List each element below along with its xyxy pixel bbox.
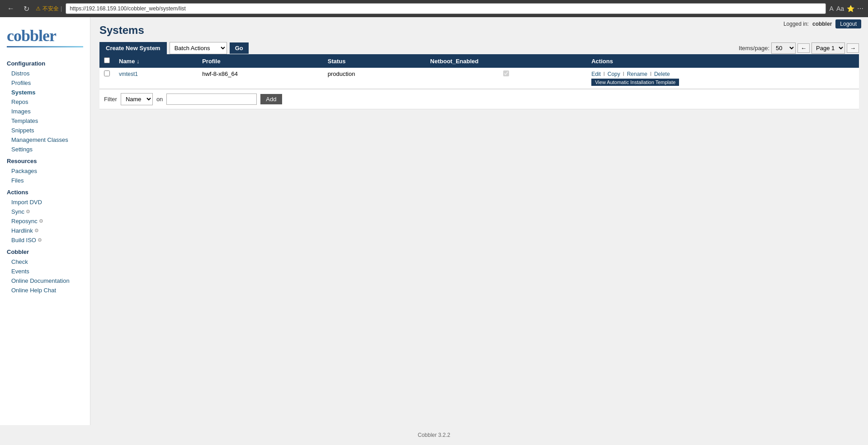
filter-input[interactable] — [166, 94, 257, 105]
actions-section-title: Actions — [0, 185, 90, 197]
sidebar-item-online-help-chat[interactable]: Online Help Chat — [0, 286, 90, 295]
sep-3: I — [650, 70, 652, 77]
sidebar-item-packages[interactable]: Packages — [0, 166, 90, 176]
prev-page-button[interactable]: ← — [797, 43, 810, 53]
table-header: Name ↓ Profile Status Netboot_Enabled Ac… — [99, 54, 859, 68]
url-bar[interactable] — [66, 3, 826, 14]
systems-table: Name ↓ Profile Status Netboot_Enabled Ac… — [99, 54, 859, 109]
back-button[interactable]: ← — [5, 3, 17, 14]
row-actions-cell: Edit I Copy I Rename I Delete View Autom… — [587, 68, 859, 89]
items-per-page-section: Items/page: 10 25 50 100 ← Page 1 → — [739, 42, 859, 54]
reader-icon[interactable]: Aa — [836, 5, 844, 12]
row-netboot-cell — [426, 68, 587, 89]
sidebar-item-management-classes[interactable]: Management Classes — [0, 135, 90, 145]
footer-text: Cobbler 3.2.2 — [418, 432, 450, 438]
system-name-link[interactable]: vmtest1 — [119, 71, 138, 77]
filter-cell: Filter Name Profile Status on Add — [99, 89, 859, 109]
build-iso-gear-icon: ⚙ — [38, 237, 42, 243]
go-button[interactable]: Go — [230, 42, 249, 54]
logo-underline — [7, 46, 83, 47]
filter-row: Filter Name Profile Status on Add — [99, 89, 859, 109]
table-body: vmtest1 hwf-8-x86_64 production Edit I C… — [99, 68, 859, 109]
select-all-header — [99, 54, 114, 68]
profile-column-header: Profile — [198, 54, 323, 68]
batch-actions-select[interactable]: Batch Actions Delete Enable Netboot Disa… — [170, 42, 227, 54]
select-all-checkbox[interactable] — [104, 57, 110, 63]
translate-icon[interactable]: A — [830, 5, 834, 12]
toolbar-row: Create New System Batch Actions Delete E… — [99, 42, 859, 54]
name-column-header[interactable]: Name ↓ — [114, 54, 198, 68]
build-iso-label: Build ISO — [11, 237, 36, 244]
filter-label: Filter — [104, 96, 117, 103]
sidebar-item-images[interactable]: Images — [0, 107, 90, 116]
sidebar-item-repos[interactable]: Repos — [0, 97, 90, 107]
table-row: vmtest1 hwf-8-x86_64 production Edit I C… — [99, 68, 859, 89]
create-new-system-button[interactable]: Create New System — [99, 42, 167, 54]
sidebar-item-settings[interactable]: Settings — [0, 145, 90, 154]
sidebar-item-import-dvd[interactable]: Import DVD — [0, 197, 90, 207]
netboot-column-header: Netboot_Enabled — [426, 54, 587, 68]
resources-section-title: Resources — [0, 154, 90, 166]
reposync-gear-icon: ⚙ — [39, 218, 43, 224]
actions-row-1: Edit I Copy I Rename I Delete — [591, 70, 854, 77]
browser-chrome: ← ↻ ⚠ 不安全 | A Aa ⭐ ⋯ — [0, 0, 868, 17]
username: cobbler — [812, 21, 832, 27]
hardlink-label: Hardlink — [11, 227, 33, 234]
sync-gear-icon: ⚙ — [26, 209, 30, 215]
edit-link[interactable]: Edit — [591, 71, 601, 77]
netboot-checkbox — [503, 70, 509, 76]
sidebar-item-events[interactable]: Events — [0, 267, 90, 276]
page-title: Systems — [99, 24, 859, 37]
top-bar: Logged in: cobbler Logout — [777, 17, 868, 31]
sidebar-item-sync[interactable]: Sync ⚙ — [0, 207, 90, 216]
reposync-label: Reposync — [11, 218, 38, 225]
sync-label: Sync — [11, 208, 24, 215]
sidebar-item-profiles[interactable]: Profiles — [0, 78, 90, 88]
row-status-cell: production — [323, 68, 426, 89]
sidebar-item-systems[interactable]: Systems — [0, 88, 90, 97]
page-select[interactable]: Page 1 — [811, 42, 845, 54]
logout-button[interactable]: Logout — [835, 19, 861, 28]
copy-link[interactable]: Copy — [608, 71, 620, 77]
extension-icon[interactable]: ⭐ — [847, 5, 854, 12]
browser-toolbar-icons: A Aa ⭐ ⋯ — [830, 5, 863, 12]
delete-link[interactable]: Delete — [654, 71, 670, 77]
status-column-header: Status — [323, 54, 426, 68]
filter-container: Filter Name Profile Status on Add — [99, 89, 859, 109]
reload-button[interactable]: ↻ — [21, 3, 32, 15]
cobbler-section-title: Cobbler — [0, 245, 90, 257]
main-content: Systems Create New System Batch Actions … — [90, 17, 868, 445]
page-wrapper: cobbler Configuration Distros Profiles S… — [0, 17, 868, 445]
sidebar-item-hardlink[interactable]: Hardlink ⚙ — [0, 226, 90, 235]
sidebar-item-check[interactable]: Check — [0, 257, 90, 267]
sidebar-item-reposync[interactable]: Reposync ⚙ — [0, 216, 90, 226]
configuration-section-title: Configuration — [0, 56, 90, 69]
filter-select[interactable]: Name Profile Status — [121, 93, 153, 105]
sidebar: cobbler Configuration Distros Profiles S… — [0, 17, 90, 445]
footer: Cobbler 3.2.2 — [0, 425, 868, 445]
logo-text: cobbler — [7, 26, 83, 45]
sidebar-item-files[interactable]: Files — [0, 176, 90, 185]
sidebar-item-templates[interactable]: Templates — [0, 116, 90, 126]
sidebar-item-build-iso[interactable]: Build ISO ⚙ — [0, 235, 90, 245]
warning-icon: ⚠ — [36, 5, 41, 12]
sep-1: I — [604, 70, 605, 77]
more-icon[interactable]: ⋯ — [857, 5, 863, 12]
hardlink-gear-icon: ⚙ — [34, 228, 39, 234]
sep-2: I — [623, 70, 624, 77]
warning-text: 不安全 — [42, 5, 59, 13]
items-per-page-label: Items/page: — [739, 45, 769, 52]
items-per-page-select[interactable]: 10 25 50 100 — [771, 42, 796, 54]
sidebar-item-snippets[interactable]: Snippets — [0, 126, 90, 135]
row-checkbox[interactable] — [104, 70, 110, 76]
row-name-cell: vmtest1 — [114, 68, 198, 89]
row-profile-cell: hwf-8-x86_64 — [198, 68, 323, 89]
rename-link[interactable]: Rename — [627, 71, 647, 77]
sidebar-item-distros[interactable]: Distros — [0, 69, 90, 78]
view-template-button[interactable]: View Automatic Installation Template — [591, 79, 679, 86]
sidebar-item-online-documentation[interactable]: Online Documentation — [0, 276, 90, 286]
filter-add-button[interactable]: Add — [260, 94, 282, 104]
next-page-button[interactable]: → — [847, 43, 859, 53]
filter-on-label: on — [156, 96, 163, 103]
security-warning: ⚠ 不安全 | — [36, 5, 62, 13]
